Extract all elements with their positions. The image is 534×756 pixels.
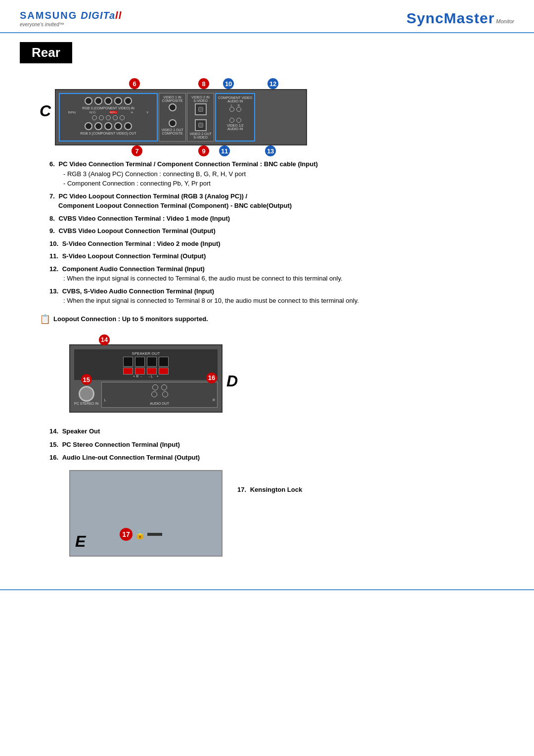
badge-6: 6: [129, 78, 140, 89]
video1-in-conn: [169, 103, 177, 111]
comp-audio-label: COMPONENT VIDEOAUDIO IN: [218, 96, 252, 103]
video1-out-label: VIDEO 1 OUTCOMPOSITE: [161, 128, 183, 135]
page-header: SAMSUNG DIGITall everyone's invited™ Syn…: [0, 0, 534, 33]
desc-num-6: 6.: [49, 160, 55, 168]
desc-item-16: 16. Audio Line-out Connection Terminal (…: [49, 453, 514, 463]
dot-empty-2: [99, 115, 104, 120]
ao-circ-3: [151, 391, 157, 397]
bnc-out-1: [85, 122, 92, 130]
svideo-in-conn: [195, 103, 207, 115]
desc-text-9: CVBS Video Loopout Connection Terminal (…: [58, 227, 215, 235]
badge-15: 15: [81, 374, 92, 385]
video2-section: VIDEO 2 INS-VIDEO VIDEO 2 OUTS-VIDEO: [187, 93, 214, 142]
audio-out-connectors2: [104, 391, 215, 397]
desc-num-11: 11.: [49, 252, 58, 260]
speaker-out-label: SPEAKER OUT: [76, 351, 216, 356]
badge-9: 9: [198, 145, 209, 156]
spk-sq-3: [147, 357, 157, 367]
loopout-note-text: Loopout Connection : Up to 5 monitors su…: [53, 315, 208, 323]
g-y-label: G(Y): [89, 111, 96, 114]
video1-in-label: VIDEO 1 INCOMPOSITE: [162, 95, 183, 102]
badge-17-group: 17 🔒: [120, 528, 162, 541]
audio-l-out: [229, 118, 234, 123]
footer-line: [0, 589, 534, 590]
badge-7: 7: [132, 145, 142, 156]
video12-audio-label: VIDEO 1/2AUDIO IN: [227, 124, 243, 131]
desc-item-8: 8. CVBS Video Connection Terminal : Vide…: [49, 214, 514, 224]
spk-polarity-labels: +R--L+: [76, 375, 216, 378]
audio-out-connectors: [104, 384, 215, 390]
desc-item-10: 10. S-Video Connection Terminal : Video …: [49, 239, 514, 249]
desc-item-17: 17. Kensington Lock: [237, 485, 302, 495]
audio-out-lr: LR: [104, 398, 215, 402]
syncmaster-logo: SyncMaster Monitor: [406, 10, 514, 27]
rgb-out-label: RGB 3 (COMPONENT VIDEO) OUT: [80, 132, 136, 135]
dot-empty-5: [120, 115, 125, 120]
panel-e-row: E 17 🔒 17. Kensington Lock: [69, 470, 514, 557]
page-title-box: Rear: [20, 42, 72, 63]
desc-text-10: S-Video Connection Terminal : Video 2 mo…: [62, 240, 221, 247]
badge-12: 12: [267, 78, 278, 89]
audio-section: COMPONENT VIDEOAUDIO IN L R: [215, 93, 255, 142]
r-pr-label: R(Pr): [109, 111, 117, 114]
bnc-1: [85, 97, 92, 105]
kensington-lock-icon: 🔒: [134, 529, 145, 540]
video1-section: VIDEO 1 INCOMPOSITE VIDEO 1 OUTCOMPOSITE: [159, 93, 186, 142]
descriptions-14-16: 14. Speaker Out 15. PC Stereo Connection…: [49, 426, 514, 463]
desc-text-6: PC Video Connection Terminal / Component…: [58, 160, 317, 168]
spk-sq-2: [135, 357, 145, 367]
rgb-section: RGB 3 (COMPONENT VIDEO) IN B(Pb) G(Y) R(…: [59, 93, 158, 142]
syncmaster-sub: Monitor: [496, 18, 514, 24]
desc-num-12: 12.: [49, 265, 58, 273]
page-title: Rear: [32, 45, 60, 60]
badge-11: 11: [219, 145, 230, 156]
video2-out-label: VIDEO 2 OUTS-VIDEO: [189, 132, 211, 139]
page-title-section: Rear: [0, 33, 534, 67]
badge-13: 13: [265, 145, 276, 156]
pc-stereo-label: PC STEREO IN: [74, 402, 98, 405]
panel-d-label: D: [226, 372, 238, 390]
desc-text-11: S-Video Loopout Connection Terminal (Out…: [62, 252, 206, 260]
badge-8: 8: [198, 78, 209, 89]
ao-circ-4: [162, 391, 168, 397]
note-icon: 📋: [40, 314, 50, 325]
spk-red-4: [159, 368, 169, 375]
bnc-out-3: [104, 122, 112, 130]
speaker-connectors: [76, 357, 216, 367]
spk-sq-4: [159, 357, 169, 367]
desc-note-13: : When the input signal is connected to …: [63, 297, 359, 304]
panel-c-diagram: 6 8 10 12: [55, 89, 307, 145]
desc-sub-6b: - Component Connection : connecting Pb, …: [63, 179, 514, 189]
desc-num-13: 13.: [49, 287, 58, 295]
audio-out-label: AUDIO OUT: [104, 402, 215, 405]
b-pb-label: B(Pb): [68, 111, 76, 114]
dot-empty-1: [92, 115, 97, 120]
desc-note-12: : When the input signal is connected to …: [63, 275, 343, 282]
desc-num-17: 17.: [237, 486, 246, 493]
badge-14: 14: [99, 334, 110, 345]
desc-text-13: CVBS, S-Video Audio Connection Terminal …: [62, 287, 214, 295]
panel-e-body: E 17 🔒: [69, 470, 222, 557]
dot-empty-3: [106, 115, 111, 120]
audio-r-out: [236, 118, 241, 123]
spk-red-1: [123, 368, 133, 375]
panel-c-section: C 6 8 10 12: [40, 77, 514, 145]
desc-item-17-wrapper: 17. Kensington Lock: [237, 485, 302, 498]
panel-c-body: RGB 3 (COMPONENT VIDEO) IN B(Pb) G(Y) R(…: [55, 89, 307, 145]
spk-red-3: [147, 368, 157, 375]
desc-text-7: PC Video Loopout Connection Terminal (RG…: [49, 192, 292, 210]
syncmaster-title: SyncMaster: [406, 10, 494, 27]
rgb-top-row: [85, 97, 132, 105]
desc-item-11: 11. S-Video Loopout Connection Terminal …: [49, 251, 514, 261]
desc-num-16: 16.: [49, 454, 58, 461]
desc-text-16: Audio Line-out Connection Terminal (Outp…: [62, 454, 200, 461]
dot-empty-4: [113, 115, 118, 120]
badge-10: 10: [223, 78, 234, 89]
bnc-out-2: [94, 122, 102, 130]
audio-in-row: L R: [229, 104, 241, 112]
panel-d-body: SPEAKER OUT +R--L+: [69, 344, 222, 413]
desc-num-14: 14.: [49, 427, 58, 435]
spk-red-2: [135, 368, 145, 375]
bnc-5: [124, 97, 132, 105]
speaker-out-section: SPEAKER OUT +R--L+: [74, 349, 218, 380]
